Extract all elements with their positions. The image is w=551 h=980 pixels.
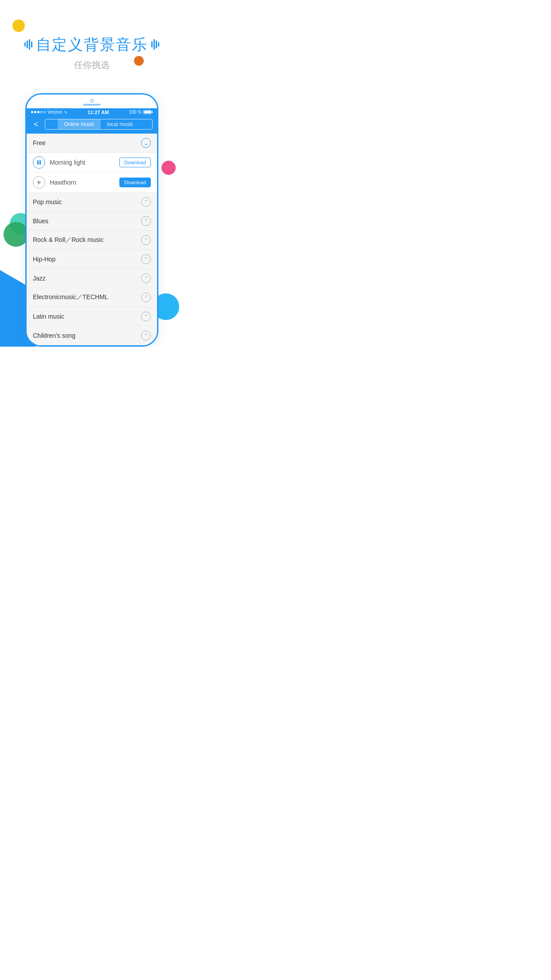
battery-label: 100 % xyxy=(129,110,142,115)
pause-bar-2 xyxy=(39,160,41,165)
category-icon-electronic[interactable] xyxy=(141,292,151,302)
status-time: 11:27 AM xyxy=(88,110,109,115)
carrier-label: Verizon xyxy=(47,110,62,115)
chevron-up-icon xyxy=(144,293,149,301)
category-jazz[interactable]: Jazz xyxy=(27,269,157,288)
category-icon-jazz[interactable] xyxy=(141,273,151,283)
wifi-icon: ∿ xyxy=(64,110,67,115)
signal-dot-3 xyxy=(37,111,39,113)
signal-dot-1 xyxy=(31,111,33,113)
phone-mockup: Verizon ∿ 11:27 AM 100 % < Online music … xyxy=(0,93,184,347)
waveform-right-icon xyxy=(151,39,159,50)
tab-local-music[interactable]: local music xyxy=(101,119,139,129)
battery-bar xyxy=(143,110,151,114)
category-icon-blues[interactable] xyxy=(141,216,151,226)
category-free[interactable]: Free xyxy=(27,134,157,153)
status-right: 100 % xyxy=(129,110,153,115)
phone-frame: Verizon ∿ 11:27 AM 100 % < Online music … xyxy=(25,93,158,347)
waveform-left-icon xyxy=(24,39,32,50)
chevron-up-icon xyxy=(144,198,149,206)
category-rock[interactable]: Rock & Roll／Rock music xyxy=(27,231,157,250)
pause-bar-1 xyxy=(37,160,39,165)
category-electronic[interactable]: Electronicmusic／TECHML xyxy=(27,288,157,307)
signal-dot-2 xyxy=(34,111,36,113)
nav-bar[interactable]: < Online music local music xyxy=(27,116,157,134)
category-icon-free[interactable] xyxy=(141,138,151,148)
play-button-morning-light[interactable] xyxy=(33,156,45,169)
hero-subtitle: 任你挑选 xyxy=(9,59,175,71)
category-label-latin: Latin music xyxy=(33,313,64,320)
play-triangle-icon xyxy=(38,180,41,185)
category-latin[interactable]: Latin music xyxy=(27,307,157,326)
pause-icon xyxy=(37,160,41,165)
tab-container: Online music local music xyxy=(45,119,153,130)
chevron-up-icon xyxy=(144,332,149,340)
music-list: FreeMorning lightDownloadHawthornDownloa… xyxy=(27,134,157,345)
status-left: Verizon ∿ xyxy=(31,110,67,115)
signal-dot-4 xyxy=(40,111,43,113)
category-label-children: Children's song xyxy=(33,332,75,339)
hero-section: 自定义背景音乐 任你挑选 xyxy=(0,0,184,80)
phone-camera xyxy=(90,99,94,103)
chevron-up-icon xyxy=(144,312,149,320)
category-label-blues: Blues xyxy=(33,217,48,225)
back-button[interactable]: < xyxy=(31,119,41,130)
tab-online-music[interactable]: Online music xyxy=(58,119,101,129)
download-button-hawthorn[interactable]: Download xyxy=(119,178,151,187)
chevron-down-blue-icon xyxy=(144,139,149,147)
status-bar: Verizon ∿ 11:27 AM 100 % xyxy=(27,108,157,116)
category-label-free: Free xyxy=(33,139,46,146)
chevron-up-icon xyxy=(144,255,149,263)
category-label-hiphop: Hip-Hop xyxy=(33,256,55,263)
battery-tip xyxy=(152,111,153,113)
battery-fill xyxy=(144,111,151,113)
song-name-morning-light: Morning light xyxy=(50,159,119,166)
category-children[interactable]: Children's song xyxy=(27,326,157,345)
phone-top-area xyxy=(27,95,157,108)
song-row-hawthorn: HawthornDownload xyxy=(27,173,157,193)
chevron-up-icon xyxy=(144,217,149,225)
category-icon-children[interactable] xyxy=(141,331,151,340)
category-label-jazz: Jazz xyxy=(33,275,46,282)
signal-dots xyxy=(31,111,46,113)
app-title-text: 自定义背景音乐 xyxy=(36,36,148,54)
category-label-electronic: Electronicmusic／TECHML xyxy=(33,293,108,301)
category-label-rock: Rock & Roll／Rock music xyxy=(33,236,103,244)
download-button-morning-light[interactable]: Download xyxy=(119,158,151,167)
song-row-morning-light: Morning lightDownload xyxy=(27,153,157,173)
category-icon-rock[interactable] xyxy=(141,235,151,245)
category-icon-hiphop[interactable] xyxy=(141,254,151,264)
chevron-up-icon xyxy=(144,274,149,282)
category-label-pop: Pop music xyxy=(33,198,62,205)
phone-speaker xyxy=(83,104,101,106)
category-icon-pop[interactable] xyxy=(141,197,151,207)
category-blues[interactable]: Blues xyxy=(27,212,157,231)
chevron-up-icon xyxy=(144,236,149,244)
category-icon-latin[interactable] xyxy=(141,312,151,321)
battery-indicator xyxy=(143,110,153,114)
hero-title: 自定义背景音乐 xyxy=(9,36,175,54)
category-pop[interactable]: Pop music xyxy=(27,193,157,212)
signal-dot-5 xyxy=(43,111,46,113)
song-name-hawthorn: Hawthorn xyxy=(50,179,119,186)
category-hiphop[interactable]: Hip-Hop xyxy=(27,250,157,269)
play-button-hawthorn[interactable] xyxy=(33,176,45,189)
